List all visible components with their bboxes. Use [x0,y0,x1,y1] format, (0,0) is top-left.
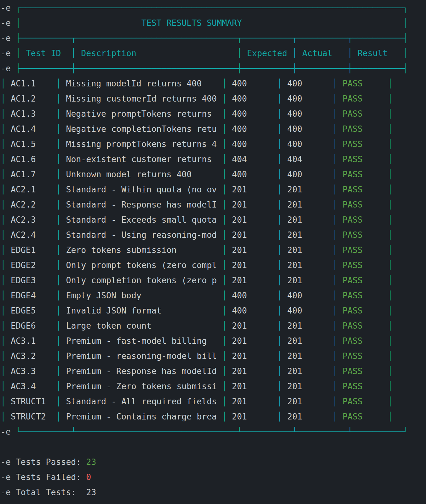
vertical-border-pipe: │ [1,396,6,406]
table-row: │STRUCT2│Premium - Contains charge brea│… [1,409,426,424]
vertical-border-pipe: │ [388,109,393,119]
summary-value: 0 [86,472,91,482]
vertical-border-pipe: │ [277,306,282,315]
vertical-border-pipe: │ [1,351,6,361]
description-cell: Empty JSON body [61,288,222,303]
vertical-border-pipe: │ [56,290,61,300]
column-header-result: Result [353,46,403,61]
vertical-border-pipe: │ [1,215,6,225]
vertical-border-pipe: │ [56,306,61,315]
vertical-border-pipe: │ [388,185,393,194]
vertical-border-pipe: │ [277,124,282,134]
vertical-border-pipe: │ [1,79,6,88]
vertical-border-pipe: │ [56,94,61,103]
vertical-border-pipe: │ [292,48,297,58]
expected-cell: 400 [227,106,277,121]
vertical-border-pipe: │ [332,154,337,164]
table-row: │EDGE1│Zero tokens submission│201│201│PA… [1,243,426,258]
vertical-border-pipe: │ [388,245,393,255]
expected-cell: 201 [227,349,277,364]
vertical-border-pipe: │ [388,306,393,315]
result-cell: PASS [337,364,388,379]
vertical-border-pipe: │ [1,200,6,209]
vertical-border-pipe: │ [222,290,227,300]
vertical-border-pipe: │ [222,79,227,88]
result-cell: PASS [337,106,388,121]
expected-cell: 400 [227,76,277,91]
description-cell: Zero tokens submission [61,243,222,258]
vertical-border-pipe: │ [1,245,6,255]
vertical-border-pipe: │ [222,185,227,194]
expected-cell: 201 [227,409,277,424]
column-header-test-id: Test ID [21,46,71,61]
result-cell: PASS [337,121,388,137]
echo-flag-artifact: -e [1,15,16,31]
separator-line: ├──────────┼────────────────────────────… [16,63,408,73]
result-cell: PASS [337,227,388,243]
vertical-border-pipe: │ [71,48,76,58]
expected-cell: 201 [227,379,277,394]
column-header-actual: Actual [297,46,348,61]
vertical-border-pipe: │ [277,260,282,270]
test-id-cell: STRUCT2 [6,409,56,424]
result-cell: PASS [337,152,388,167]
description-cell: Premium - Zero tokens submissi [61,379,222,394]
vertical-border-pipe: │ [332,245,337,255]
vertical-border-pipe: │ [388,321,393,331]
result-cell: PASS [337,318,388,333]
test-id-cell: AC1.3 [6,106,56,121]
vertical-border-pipe: │ [56,396,61,406]
echo-flag-artifact: -e [1,46,16,61]
table-row: │AC1.3│Negative promptTokens returns│400… [1,106,426,121]
vertical-border-pipe: │ [277,275,282,285]
echo-flag-artifact: -e [1,0,16,15]
result-cell: PASS [337,258,388,273]
bottom-border-line: └──────────┴────────────────────────────… [16,427,408,437]
vertical-border-pipe: │ [222,215,227,225]
description-cell: Premium - Contains charge brea [61,409,222,424]
vertical-border-pipe: │ [222,260,227,270]
vertical-border-pipe: │ [222,109,227,119]
vertical-border-pipe: │ [388,412,393,421]
result-cell: PASS [337,273,388,288]
expected-cell: 201 [227,333,277,349]
result-cell: PASS [337,76,388,91]
vertical-border-pipe: │ [56,109,61,119]
echo-flag-artifact: -e [1,424,16,439]
vertical-border-pipe: │ [332,381,337,391]
vertical-border-pipe: │ [56,366,61,376]
result-cell: PASS [337,288,388,303]
vertical-border-pipe: │ [403,48,408,58]
vertical-border-pipe: │ [1,306,6,315]
expected-cell: 201 [227,364,277,379]
expected-cell: 201 [227,273,277,288]
vertical-border-pipe: │ [56,200,61,209]
vertical-border-pipe: │ [332,124,337,134]
vertical-border-pipe: │ [332,79,337,88]
expected-cell: 400 [227,121,277,137]
vertical-border-pipe: │ [1,109,6,119]
vertical-border-pipe: │ [277,94,282,103]
actual-cell: 400 [282,167,332,182]
vertical-border-pipe: │ [56,154,61,164]
table-row: │EDGE3│Only completion tokens (zero p│20… [1,273,426,288]
expected-cell: 400 [227,288,277,303]
test-id-cell: EDGE3 [6,273,56,288]
vertical-border-pipe: │ [388,124,393,134]
vertical-border-pipe: │ [277,412,282,421]
separator-line: ├──────────┬────────────────────────────… [16,33,408,43]
result-cell: PASS [337,167,388,182]
expected-cell: 201 [227,212,277,227]
actual-cell: 400 [282,303,332,318]
vertical-border-pipe: │ [1,94,6,103]
table-header-row: -e│Test ID│Description│Expected│Actual│R… [1,46,426,61]
vertical-border-pipe: │ [388,200,393,209]
actual-cell: 201 [282,227,332,243]
vertical-border-pipe: │ [222,200,227,209]
test-id-cell: STRUCT1 [6,394,56,409]
actual-cell: 400 [282,106,332,121]
vertical-border-pipe: │ [222,275,227,285]
table-row: │AC1.6│Non-existent customer returns│404… [1,152,426,167]
expected-cell: 201 [227,243,277,258]
vertical-border-pipe: │ [222,154,227,164]
